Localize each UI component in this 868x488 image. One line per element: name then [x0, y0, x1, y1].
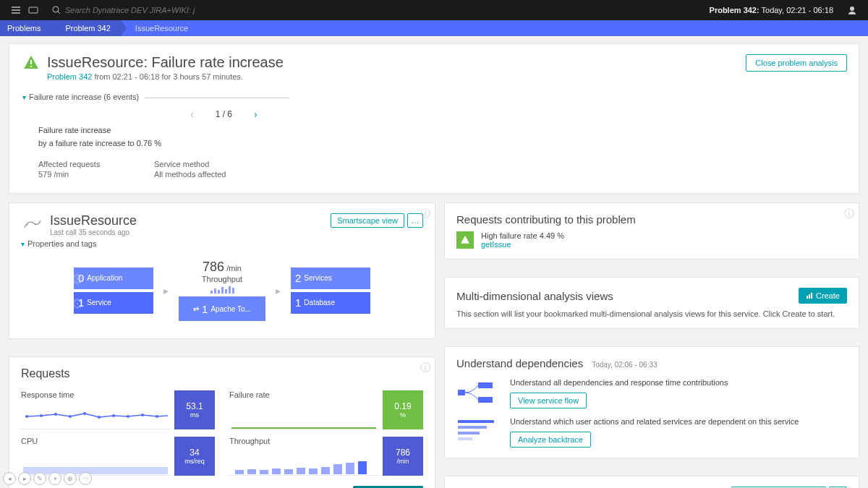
dashboard-icon[interactable]	[25, 1, 42, 19]
warning-icon	[456, 231, 474, 249]
problem-link[interactable]: Problem 342	[47, 72, 92, 81]
contributing-title: Requests contributing to this problem	[456, 213, 847, 226]
breadcrumb-root[interactable]: Problems	[0, 20, 51, 36]
info-icon[interactable]: ⓘ	[420, 361, 430, 374]
svg-point-5	[26, 224, 27, 226]
arrow-icon: ▸	[163, 285, 169, 296]
divider	[145, 98, 289, 98]
dep2-text: Understand which user actions and relate…	[510, 417, 799, 426]
svg-point-15	[141, 414, 144, 416]
svg-point-8	[40, 414, 43, 417]
svg-rect-29	[807, 296, 808, 299]
svg-point-11	[83, 412, 86, 415]
pager-prev-icon[interactable]: ‹	[190, 108, 194, 120]
svg-rect-31	[811, 293, 812, 299]
requests-panel: ⓘ Requests Response time 53.1ms Failure …	[9, 356, 435, 488]
gear-icon: ⚙	[71, 295, 84, 312]
user-icon[interactable]	[843, 1, 861, 19]
events-collapse-label[interactable]: Failure rate increase (6 events)	[29, 93, 139, 101]
svg-point-16	[156, 415, 158, 418]
contrib-link[interactable]: getIssue	[481, 240, 511, 249]
svg-point-14	[127, 415, 129, 418]
svg-point-13	[112, 414, 115, 417]
metric-throughput[interactable]: Throughput 786/min	[229, 437, 423, 476]
metric-failure-rate[interactable]: Failure rate 0.19%	[229, 390, 423, 429]
svg-rect-36	[458, 426, 487, 429]
problem-time-label: Today, 02:21 - 06:18	[762, 6, 833, 14]
svg-point-7	[25, 415, 28, 418]
metric-response-time[interactable]: Response time 53.1ms	[21, 390, 215, 429]
svg-point-10	[69, 415, 72, 418]
service-subtitle: Last call 35 seconds ago	[50, 228, 137, 236]
svg-rect-28	[358, 461, 367, 474]
svg-rect-22	[284, 469, 293, 474]
requests-title: Requests	[21, 367, 423, 380]
chevron-down-icon[interactable]: ▾	[22, 93, 26, 101]
deps-title: Understand dependencies	[456, 357, 583, 369]
svg-point-12	[98, 416, 101, 419]
close-problem-analysis-button[interactable]: Close problem analysis	[746, 54, 847, 72]
tool-circle-3[interactable]: ✎	[33, 472, 46, 485]
svg-rect-4	[30, 66, 32, 67]
contrib-line: High failure rate 4.49 %	[481, 231, 564, 240]
backtrace-icon	[456, 417, 500, 446]
svg-rect-30	[809, 294, 810, 299]
mda-title: Multi-dimensional analysis views	[456, 290, 613, 302]
menu-icon[interactable]	[7, 1, 25, 19]
tile-services[interactable]: 2Services	[291, 267, 370, 289]
properties-toggle[interactable]: Properties and tags	[27, 239, 96, 248]
tile-apache[interactable]: ⇄ 1Apache To...	[179, 296, 265, 321]
svg-rect-32	[458, 390, 465, 395]
search-icon[interactable]	[48, 1, 65, 19]
svg-rect-34	[478, 397, 493, 403]
tool-circle-1[interactable]: ◂	[3, 472, 16, 485]
create-button[interactable]: Create	[799, 288, 847, 304]
event-line-2: by a failure rate increase to 0.76 %	[38, 137, 846, 150]
tool-circle-2[interactable]: ▸	[18, 472, 31, 485]
analyze-backtrace-button[interactable]: Analyze backtrace	[510, 432, 591, 448]
service-icon	[21, 213, 43, 235]
event-line-1: Failure rate increase	[38, 124, 846, 137]
metric-cpu[interactable]: CPU 34ms/req	[21, 437, 215, 476]
service-method-val: All methods affected	[154, 170, 226, 179]
search-input[interactable]	[65, 6, 195, 14]
mda-description: This section will list your bookmarked m…	[456, 309, 847, 318]
timeframe-label[interactable]: Problem 342: Today, 02:21 - 06:18	[710, 6, 833, 14]
warning-icon	[22, 54, 40, 72]
svg-point-9	[54, 413, 57, 416]
deps-timestamp: Today, 02:06 - 06:33	[592, 361, 657, 369]
tool-circle-5[interactable]: ⊕	[64, 472, 77, 485]
response-time-sparkline	[21, 403, 170, 429]
contributing-requests-panel: ⓘ Requests contributing to this problem …	[444, 202, 859, 260]
chevron-down-icon[interactable]: ▾	[21, 240, 25, 248]
topbar: Problem 342: Today, 02:21 - 06:18	[0, 0, 868, 20]
service-flow-icon	[456, 378, 500, 407]
arrow-icon: ▸	[276, 285, 281, 296]
info-icon[interactable]: ⓘ	[420, 207, 430, 221]
tool-circle-6[interactable]: ⋯	[79, 472, 92, 485]
service-card: ⓘ IssueResource Last call 35 seconds ago…	[9, 202, 435, 339]
breadcrumb-leaf: IssueResource	[121, 20, 198, 36]
svg-rect-38	[458, 437, 472, 440]
problem-time-desc: from 02:21 - 06:18 for 3 hours 57 minute…	[94, 72, 242, 81]
svg-rect-3	[30, 60, 32, 64]
tile-application[interactable]: ⚙0Application	[74, 267, 153, 289]
smartscape-view-button[interactable]: Smartscape view	[331, 213, 404, 228]
info-icon[interactable]: ⓘ	[844, 207, 854, 221]
svg-rect-37	[458, 432, 480, 435]
tool-circle-4[interactable]: ⌖	[48, 472, 61, 485]
svg-rect-20	[260, 470, 268, 474]
svg-point-6	[35, 223, 36, 225]
svg-rect-21	[272, 468, 281, 474]
tile-database[interactable]: 1Database	[291, 292, 370, 314]
view-service-flow-button[interactable]: View service flow	[510, 393, 587, 408]
svg-rect-23	[297, 468, 305, 474]
service-method-key: Service method	[154, 160, 226, 168]
svg-rect-26	[333, 464, 342, 474]
pager-next-icon[interactable]: ›	[254, 108, 258, 120]
affected-requests-val: 579 /min	[38, 170, 111, 179]
breadcrumb-mid[interactable]: Problem 342	[51, 20, 120, 36]
tile-service[interactable]: ⚙1Service	[74, 292, 153, 314]
chart-icon	[806, 292, 813, 299]
bottom-toolbar: ◂ ▸ ✎ ⌖ ⊕ ⋯	[3, 472, 92, 485]
